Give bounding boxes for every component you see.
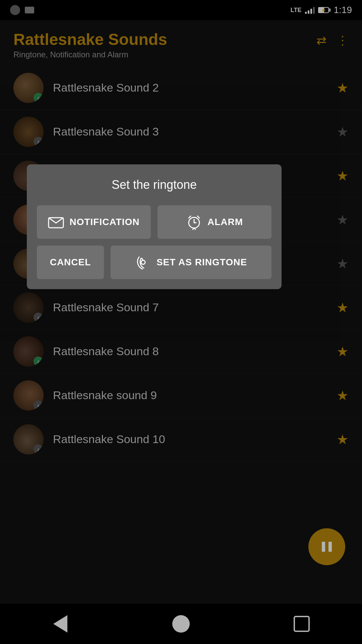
svg-line-7: [197, 216, 199, 218]
ringtone-icon: [135, 254, 151, 270]
set-ringtone-button-label: SET AS RINGTONE: [157, 257, 247, 268]
alarm-icon: [186, 214, 202, 230]
svg-line-6: [189, 216, 191, 218]
cancel-button[interactable]: CANCEL: [37, 246, 104, 279]
svg-line-11: [142, 258, 143, 260]
set-ringtone-button[interactable]: SET AS RINGTONE: [111, 246, 272, 279]
notification-icon: [48, 216, 64, 228]
svg-point-10: [141, 260, 145, 264]
notification-button[interactable]: NOTIFICATION: [37, 205, 151, 239]
alarm-button[interactable]: ALARM: [158, 205, 272, 239]
alarm-button-label: ALARM: [207, 217, 243, 227]
dialog-bottom-buttons: CANCEL SET AS RINGTONE: [37, 246, 272, 279]
dialog-backdrop[interactable]: [0, 0, 362, 644]
set-ringtone-dialog: Set the ringtone NOTIFICATION ALARM: [27, 164, 282, 289]
dialog-title: Set the ringtone: [37, 178, 272, 192]
dialog-top-buttons: NOTIFICATION ALARM: [37, 205, 272, 239]
notification-button-label: NOTIFICATION: [69, 217, 139, 227]
